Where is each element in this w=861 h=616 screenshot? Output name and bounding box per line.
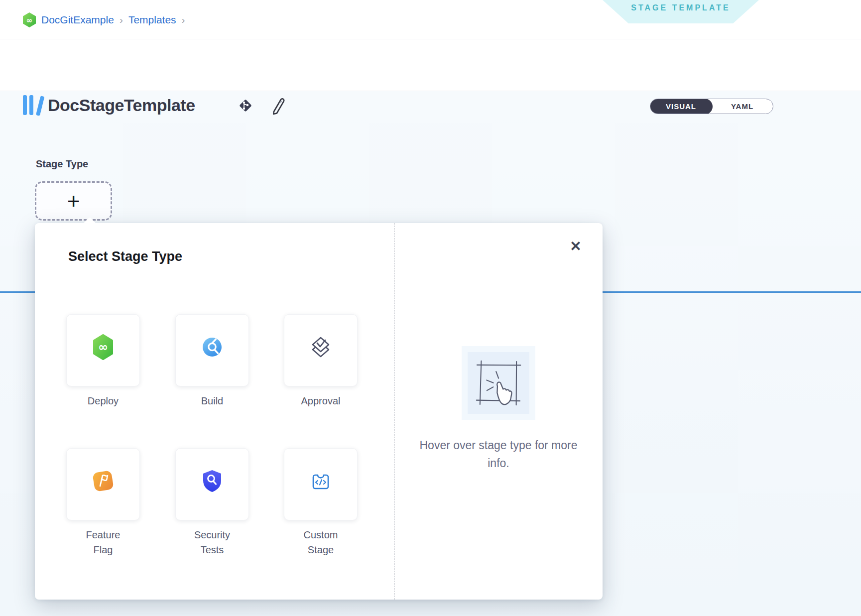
breadcrumb-separator-icon: › [120,14,123,26]
svg-text:∞: ∞ [98,340,108,354]
stage-type-tile-feature-flag[interactable] [66,448,140,520]
build-icon [202,337,222,357]
stage-template-ribbon: STAGE TEMPLATE [603,0,759,23]
top-bar: ∞ DocGitExample › Templates › STAGE TEMP… [0,0,861,39]
toggle-visual-button[interactable]: VISUAL [650,99,713,114]
custom-stage-icon [309,470,332,493]
breadcrumb-templates-link[interactable]: Templates [128,14,176,26]
git-sync-icon [238,98,253,116]
breadcrumb: ∞ DocGitExample › Templates › [23,0,185,39]
stage-type-label-build: Build [175,393,249,408]
deploy-icon: ∞ [93,334,114,360]
stage-type-label: Stage Type [36,158,88,170]
stage-type-label-feature-flag: Feature Flag [66,527,140,557]
edit-pencil-icon[interactable] [269,96,286,118]
select-stage-type-popover: Select Stage Type ✕ ∞ [35,223,603,600]
project-hexagon-icon: ∞ [23,12,36,27]
view-mode-toggle: VISUAL YAML [650,99,773,114]
stage-type-label-approval: Approval [284,393,358,408]
stage-template-ribbon-label: STAGE TEMPLATE [631,3,730,12]
svg-text:∞: ∞ [26,15,33,24]
title-bar: DocStageTemplate VISUAL YAML [0,39,861,91]
stage-type-label-custom-stage: Custom Stage [284,527,358,557]
toggle-yaml-button[interactable]: YAML [712,99,773,114]
stage-type-tile-deploy[interactable]: ∞ [66,314,140,386]
template-library-icon [23,95,45,116]
security-tests-icon [201,469,223,493]
stage-type-label-security-tests: Security Tests [175,527,249,557]
add-stage-button[interactable]: + [35,181,112,221]
stage-info-pane: Hover over stage type for more info. [394,223,603,600]
hover-hand-illustration [462,346,535,420]
stage-type-tile-approval[interactable] [284,314,358,386]
stage-type-label-deploy: Deploy [66,393,140,408]
stage-type-tile-security-tests[interactable] [175,448,249,520]
page-title: DocStageTemplate [48,96,195,115]
breadcrumb-project-link[interactable]: DocGitExample [41,14,114,26]
stage-type-tile-custom-stage[interactable] [284,448,358,520]
stage-type-tile-build[interactable] [175,314,249,386]
feature-flag-icon [90,468,116,494]
approval-icon [309,335,333,359]
popover-title: Select Stage Type [68,249,182,264]
hover-hint-text: Hover over stage type for more info. [394,436,603,472]
breadcrumb-separator-icon: › [182,14,185,26]
